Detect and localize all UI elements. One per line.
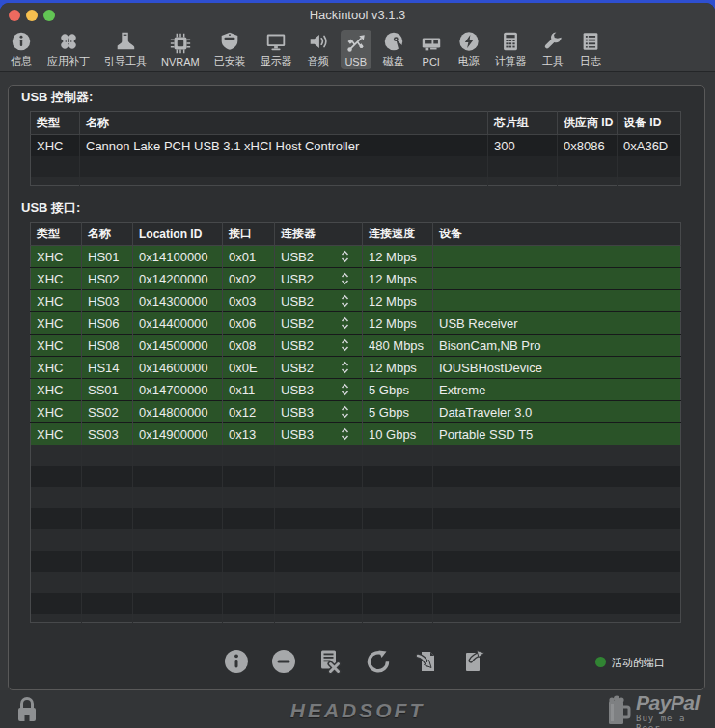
- hackintool-window: Hackintool v3.1.3 信息 应用补丁 引导工具 NVRAM 已安装…: [0, 3, 715, 728]
- main-toolbar: 信息 应用补丁 引导工具 NVRAM 已安装 显示器 音频 USB: [0, 27, 715, 72]
- controller-chipset: 300: [488, 135, 558, 157]
- tab-bootloader[interactable]: 引导工具: [100, 28, 151, 70]
- col-name: 名称: [80, 112, 488, 135]
- connector-popup[interactable]: USB3: [275, 401, 363, 423]
- controllers-label: USB 控制器:: [21, 89, 93, 106]
- controller-vendor-id: 0x8086: [558, 135, 618, 157]
- wrench-icon: [541, 30, 564, 53]
- disk-icon: [382, 30, 405, 53]
- stepper-icon: [341, 316, 349, 330]
- port-row[interactable]: XHCHS010x141000000x01 USB2 12 Mbps: [31, 246, 681, 268]
- stepper-icon: [341, 361, 349, 374]
- window-title: Hackintool v3.1.3: [0, 3, 715, 27]
- tab-usb[interactable]: USB: [341, 30, 371, 69]
- active-port-dot: [595, 657, 606, 667]
- stepper-icon: [341, 250, 349, 263]
- connector-popup[interactable]: USB2: [275, 335, 363, 357]
- audio-icon: [307, 30, 330, 53]
- empty-row: [31, 156, 681, 177]
- calculator-icon: [499, 30, 522, 53]
- port-row[interactable]: XHCHS020x142000000x02 USB2 12 Mbps: [31, 268, 681, 290]
- tab-audio[interactable]: 音频: [303, 28, 334, 70]
- tab-power[interactable]: 电源: [454, 28, 484, 70]
- ports-header-row: 类型 名称 Location ID 接口 连接器 连接速度 设备: [31, 223, 681, 246]
- paypal-donate[interactable]: PayPal Buy me a Beer: [607, 692, 715, 728]
- import-file-button[interactable]: [414, 648, 441, 675]
- empty-row: [31, 466, 681, 487]
- stepper-icon: [341, 427, 349, 441]
- pci-icon: [420, 32, 443, 55]
- ports-table: 类型 名称 Location ID 接口 连接器 连接速度 设备 XHCHS01…: [30, 222, 681, 623]
- port-row[interactable]: XHCSS020x148000000x12 USB3 5 GbpsDataTra…: [31, 401, 681, 423]
- connector-popup[interactable]: USB2: [275, 246, 363, 268]
- ports-label: USB 接口:: [21, 200, 80, 217]
- export-file-button[interactable]: [459, 648, 486, 675]
- empty-row: [31, 551, 681, 572]
- beer-mug-icon: [607, 694, 632, 728]
- screen: Hackintool v3.1.3 信息 应用补丁 引导工具 NVRAM 已安装…: [0, 0, 715, 728]
- col-device: 设备: [433, 223, 681, 246]
- remove-button[interactable]: [270, 648, 297, 675]
- controller-row[interactable]: XHC Cannon Lake PCH USB 3.1 xHCI Host Co…: [31, 135, 681, 157]
- port-row[interactable]: XHCHS140x146000000x0E USB2 12 MbpsIOUSBH…: [31, 357, 681, 379]
- tab-installed[interactable]: 已安装: [210, 28, 250, 70]
- stepper-icon: [341, 405, 349, 418]
- connector-popup[interactable]: USB2: [275, 357, 363, 379]
- col-type: 类型: [31, 223, 82, 246]
- empty-row: [31, 177, 681, 186]
- installed-icon: [218, 30, 241, 53]
- empty-row: [31, 614, 681, 623]
- empty-row: [31, 572, 681, 593]
- port-row[interactable]: XHCHS060x144000000x06 USB2 12 MbpsUSB Re…: [31, 312, 681, 335]
- empty-row: [31, 508, 681, 529]
- col-chipset: 芯片组: [488, 112, 558, 135]
- stepper-icon: [341, 338, 349, 352]
- col-port: 接口: [223, 223, 275, 246]
- tab-displays[interactable]: 显示器: [257, 28, 296, 70]
- controllers-table: 类型 名称 芯片组 供应商 ID 设备 ID XHC Cannon Lake P…: [30, 111, 681, 186]
- tab-log[interactable]: 日志: [575, 28, 606, 70]
- usb-icon: [344, 32, 368, 55]
- log-icon: [579, 30, 602, 53]
- footer-bar: HEADSOFT PayPal Buy me a Beer: [0, 690, 715, 728]
- tab-pci[interactable]: PCI: [416, 30, 447, 69]
- display-icon: [264, 30, 288, 53]
- empty-row: [31, 593, 681, 614]
- connector-popup[interactable]: USB3: [275, 379, 363, 401]
- connector-popup[interactable]: USB2: [275, 268, 363, 290]
- tab-nvram[interactable]: NVRAM: [157, 30, 204, 69]
- boot-icon: [114, 30, 137, 53]
- refresh-button[interactable]: [365, 648, 392, 675]
- actions-bar: 活动的端口: [0, 645, 715, 678]
- patch-icon: [57, 30, 80, 53]
- port-row[interactable]: XHCSS030x149000000x13 USB3 10 GbpsPortab…: [31, 423, 681, 445]
- connector-popup[interactable]: USB3: [275, 423, 363, 445]
- tab-calculator[interactable]: 计算器: [491, 28, 531, 70]
- empty-row: [31, 445, 681, 466]
- tab-info[interactable]: 信息: [6, 28, 37, 70]
- tab-patch[interactable]: 应用补丁: [43, 28, 94, 70]
- paypal-logo-text: PayPal: [636, 692, 715, 714]
- tab-disks[interactable]: 磁盘: [378, 28, 409, 70]
- connector-popup[interactable]: USB2: [275, 312, 363, 335]
- port-row[interactable]: XHCHS080x145000000x08 USB2 480 MbpsBison…: [31, 335, 681, 357]
- connector-popup[interactable]: USB2: [275, 290, 363, 312]
- title-bar[interactable]: Hackintool v3.1.3: [0, 3, 715, 27]
- port-row[interactable]: XHCSS010x147000000x11 USB3 5 GbpsExtreme: [31, 379, 681, 401]
- tab-tools[interactable]: 工具: [537, 28, 568, 70]
- controller-device-id: 0xA36D: [618, 135, 681, 157]
- power-icon: [457, 30, 481, 53]
- empty-row: [31, 487, 681, 508]
- stepper-icon: [341, 294, 349, 308]
- col-vendor-id: 供应商 ID: [558, 112, 618, 135]
- port-row[interactable]: XHCHS030x143000000x03 USB2 12 Mbps: [31, 290, 681, 312]
- col-location-id: Location ID: [133, 223, 223, 246]
- paypal-subtext: Buy me a Beer: [636, 714, 715, 728]
- controller-name: Cannon Lake PCH USB 3.1 xHCI Host Contro…: [80, 135, 488, 157]
- info-button[interactable]: [223, 648, 250, 675]
- active-port-label: 活动的端口: [612, 656, 665, 670]
- col-name: 名称: [82, 223, 133, 246]
- clear-list-button[interactable]: [316, 648, 343, 675]
- empty-row: [31, 529, 681, 551]
- col-type: 类型: [31, 112, 80, 135]
